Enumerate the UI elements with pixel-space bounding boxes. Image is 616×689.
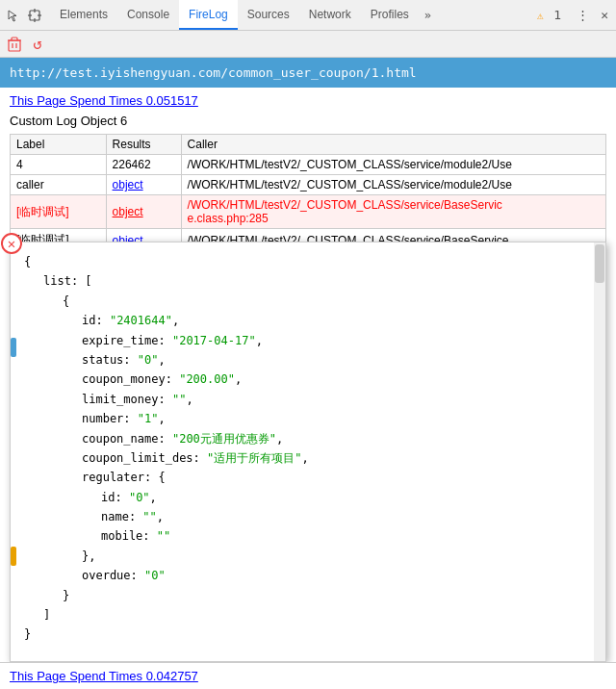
json-display: { list: [ { id: "2401644", expire_time: … <box>24 252 592 645</box>
svg-rect-5 <box>9 40 20 51</box>
log-table-container: Label Results Caller 4 226462 /WORK/HTML… <box>0 134 616 252</box>
tab-more[interactable]: » <box>419 0 437 30</box>
row2-caller: /WORK/HTML/testV2/_CUSTOM_CLASS/service/… <box>181 195 605 229</box>
row0-caller: /WORK/HTML/testV2/_CUSTOM_CLASS/service/… <box>181 155 605 175</box>
delete-button[interactable] <box>6 36 23 53</box>
table-row: [临时调试] object /WORK/HTML/testV2/_CUSTOM_… <box>11 195 606 229</box>
popup-close-button[interactable]: ✕ <box>1 233 22 254</box>
table-row: caller object /WORK/HTML/testV2/_CUSTOM_… <box>11 175 606 195</box>
refresh-button[interactable]: ↺ <box>29 36 46 53</box>
accent-blue-1 <box>11 338 16 357</box>
table-row: 4 226462 /WORK/HTML/testV2/_CUSTOM_CLASS… <box>11 155 606 175</box>
accent-orange-1 <box>11 547 16 566</box>
row2-label: [临时调试] <box>11 195 107 229</box>
devtools-toolbar: Elements Console FireLog Sources Network… <box>0 0 616 31</box>
tab-firelog[interactable]: FireLog <box>179 0 238 30</box>
tab-profiles[interactable]: Profiles <box>361 0 419 30</box>
popup-scrollbar-thumb[interactable] <box>595 244 604 283</box>
custom-log-title: Custom Log Object 6 <box>10 114 606 128</box>
close-button[interactable]: ✕ <box>597 6 612 24</box>
devtools-actions: ⚠ 1 ⋮ ✕ <box>533 6 612 24</box>
url-text: http://test.iyishengyuan.com/common_user… <box>10 65 417 80</box>
inspect-icon[interactable] <box>25 6 44 25</box>
table-header-row: Label Results Caller <box>11 135 606 155</box>
log-table: Label Results Caller 4 226462 /WORK/HTML… <box>10 134 606 252</box>
row1-results[interactable]: object <box>106 175 181 195</box>
menu-button[interactable]: ⋮ <box>573 6 593 24</box>
devtools-tabs: Elements Console FireLog Sources Network… <box>50 0 533 30</box>
firelog-toolbar: ↺ <box>0 31 616 58</box>
row0-label: 4 <box>11 155 107 175</box>
tab-network[interactable]: Network <box>299 0 361 30</box>
tab-sources[interactable]: Sources <box>238 0 299 30</box>
url-bar: http://test.iyishengyuan.com/common_user… <box>0 58 616 88</box>
bottom-bar: This Page Spend Times 0.042757 <box>0 662 616 689</box>
col-label: Label <box>11 135 107 155</box>
col-results: Results <box>106 135 181 155</box>
row1-label: caller <box>11 175 107 195</box>
row0-results: 226462 <box>106 155 181 175</box>
popup-scrollbar[interactable] <box>594 242 605 661</box>
warning-badge[interactable]: ⚠ 1 <box>533 6 569 24</box>
page-spend-bottom[interactable]: This Page Spend Times 0.042757 <box>10 669 198 683</box>
json-popup: ✕ { list: [ { id: "2401644", expire_time… <box>10 242 606 662</box>
row2-results[interactable]: object <box>106 195 181 229</box>
cursor-icon[interactable] <box>4 6 23 25</box>
tab-console[interactable]: Console <box>117 0 179 30</box>
page-spend-top[interactable]: This Page Spend Times 0.051517 <box>10 93 606 108</box>
popup-content[interactable]: { list: [ { id: "2401644", expire_time: … <box>11 242 605 661</box>
side-bar-left <box>11 242 16 661</box>
log-section: This Page Spend Times 0.051517 Custom Lo… <box>0 88 616 134</box>
col-caller: Caller <box>181 135 605 155</box>
main-content: This Page Spend Times 0.051517 Custom Lo… <box>0 88 616 662</box>
row1-caller: /WORK/HTML/testV2/_CUSTOM_CLASS/service/… <box>181 175 605 195</box>
tab-elements[interactable]: Elements <box>50 0 117 30</box>
